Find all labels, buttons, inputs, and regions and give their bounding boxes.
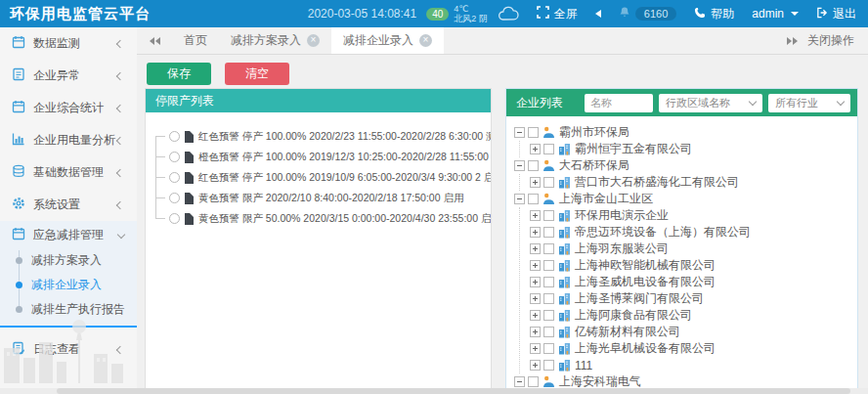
company-name-input[interactable] — [585, 94, 653, 112]
checkbox-icon[interactable] — [543, 243, 554, 254]
expand-toggle-icon[interactable] — [530, 144, 541, 154]
temperature-text: 4℃ — [454, 4, 488, 14]
checkbox-icon[interactable] — [543, 343, 554, 354]
radio-icon[interactable] — [169, 213, 180, 224]
checkbox-icon[interactable] — [528, 376, 539, 387]
expand-toggle-icon[interactable] — [530, 293, 541, 304]
close-icon[interactable]: × — [307, 34, 320, 47]
database-icon — [12, 164, 25, 181]
company-tree-item[interactable]: 上海羽东服装公司 — [530, 241, 857, 257]
plan-list-panel: 停限产列表 红色预警 停产 100.00% 2020/2/23 11:55:00… — [145, 88, 492, 394]
region-select[interactable]: 行政区域名称 — [659, 94, 762, 112]
company-tree-item[interactable]: 亿铸新材料有限公司 — [530, 324, 857, 340]
sidebar-item-base-data[interactable]: 基础数据管理 — [0, 156, 137, 189]
company-tree-item[interactable]: 霸州市环保局 — [514, 124, 857, 141]
tab-plan-entry[interactable]: 减排方案录入 × — [219, 27, 331, 54]
expand-toggle-icon[interactable] — [530, 260, 541, 271]
radio-icon[interactable] — [169, 131, 180, 142]
plan-tree-item[interactable]: 黄色预警 限产 2020/2/10 8:40:00-2020/2/18 17:5… — [155, 188, 491, 208]
expand-toggle-icon[interactable] — [530, 243, 541, 254]
company-tree-item[interactable]: 帝思迈环境设备（上海）有限公司 — [530, 224, 857, 241]
sidebar-item-company-stats[interactable]: 企业综合统计 — [0, 92, 137, 124]
sidebar-item-plan-entry[interactable]: 减排方案录入 — [0, 248, 137, 273]
sidebar-item-emergency-mgmt[interactable]: 应急减排管理 — [0, 221, 137, 248]
company-tree-item[interactable]: 111 — [530, 357, 857, 373]
scrollbar-thumb[interactable] — [57, 388, 850, 394]
chevron-left-icon — [116, 104, 124, 111]
checkbox-icon[interactable] — [543, 327, 554, 337]
company-tree-item[interactable]: 上海圣博莱阀门有限公司 — [530, 290, 857, 307]
gear-icon — [12, 197, 25, 213]
alert-count-badge: 40 — [426, 8, 449, 21]
collapse-toggle-icon[interactable] — [514, 127, 525, 138]
sidebar-item-company-entry[interactable]: 减排企业录入 — [0, 273, 137, 297]
sidebar-item-company-abnormal[interactable]: 企业异常 — [0, 60, 137, 92]
sidebar-item-system-settings[interactable]: 系统设置 — [0, 189, 137, 221]
chevron-down-icon — [837, 97, 845, 105]
checkbox-icon[interactable] — [543, 277, 554, 287]
document-icon — [185, 131, 194, 143]
clear-button[interactable]: 清空 — [225, 63, 289, 85]
app-header: 环保用电监管云平台 2020-03-05 14:08:41 40 4℃ 北风2 … — [0, 0, 868, 27]
plan-tree-item[interactable]: 橙色预警 停产 100.00% 2019/12/3 10:25:00-2020/… — [155, 147, 491, 167]
fullscreen-button[interactable]: 全屏 — [537, 6, 578, 22]
radio-icon[interactable] — [169, 152, 180, 162]
collapse-toggle-icon[interactable] — [514, 160, 525, 171]
checkbox-icon[interactable] — [543, 360, 554, 371]
company-tree-item[interactable]: 上海圣威机电设备有限公司 — [530, 274, 857, 290]
plan-tree-item[interactable]: 红色预警 停产 100.00% 2019/10/9 6:05:00-2020/3… — [155, 167, 491, 188]
checkbox-icon[interactable] — [543, 310, 554, 321]
collapse-toggle-icon[interactable] — [514, 194, 525, 204]
help-button[interactable]: 帮助 — [694, 6, 734, 22]
sidebar-item-data-monitor[interactable]: 数据监测 — [0, 27, 137, 60]
checkbox-icon[interactable] — [528, 127, 539, 138]
expand-toggle-icon[interactable] — [530, 327, 541, 337]
company-tree-item[interactable]: 上海光阜机械设备有限公司 — [530, 340, 857, 357]
checkbox-icon[interactable] — [528, 160, 539, 171]
save-button[interactable]: 保存 — [147, 63, 211, 85]
close-icon[interactable]: × — [419, 34, 432, 47]
checkbox-icon[interactable] — [543, 260, 554, 271]
collapse-arrow-icon[interactable] — [595, 10, 601, 18]
company-tree-item[interactable]: 上海市金山工业区 — [514, 191, 857, 207]
company-tree-item[interactable]: 上海阿康食品有限公司 — [530, 307, 857, 324]
checkbox-icon[interactable] — [543, 177, 554, 188]
plan-tree-item[interactable]: 红色预警 停产 100.00% 2020/2/23 11:55:00-2020/… — [155, 126, 491, 147]
horizontal-scrollbar[interactable] — [0, 388, 868, 394]
checkbox-icon[interactable] — [528, 194, 539, 204]
tab-home[interactable]: 首页 — [172, 27, 219, 54]
expand-toggle-icon[interactable] — [530, 343, 541, 354]
user-menu[interactable]: admin — [752, 7, 799, 21]
company-panel-header: 企业列表 行政区域名称 所有行业 — [506, 89, 857, 116]
company-tree-item[interactable]: 环保用电演示企业 — [530, 207, 857, 224]
chevron-left-icon — [116, 200, 124, 208]
expand-toggle-icon[interactable] — [530, 310, 541, 321]
radio-icon[interactable] — [169, 193, 180, 203]
company-tree-item[interactable]: 霸州恒宇五金有限公司 — [530, 141, 857, 157]
plan-tree-item[interactable]: 黄色预警 限产 50.00% 2020/3/15 0:00:00-2020/4/… — [155, 208, 491, 229]
company-tree-item[interactable]: 大石桥环保局 — [514, 157, 857, 174]
collapse-toggle-icon[interactable] — [514, 376, 525, 387]
sidebar-item-label: 数据监测 — [33, 35, 80, 52]
tab-company-entry[interactable]: 减排企业录入 × — [331, 27, 444, 54]
company-tree-item[interactable]: 上海神欧智能机械有限公司 — [530, 257, 857, 274]
checkbox-icon[interactable] — [543, 210, 554, 221]
expand-toggle-icon[interactable] — [530, 227, 541, 238]
logout-button[interactable]: 退出 — [816, 6, 856, 22]
checkbox-icon[interactable] — [543, 144, 554, 154]
checkbox-icon[interactable] — [543, 293, 554, 304]
sidebar-item-power-analysis[interactable]: 企业用电量分析 — [0, 124, 137, 156]
notifications-button[interactable]: 6160 — [619, 6, 676, 22]
tabs-scroll-left-button[interactable] — [137, 27, 172, 54]
radio-icon[interactable] — [169, 172, 180, 183]
expand-toggle-icon[interactable] — [530, 277, 541, 287]
close-operations-button[interactable]: 关闭操作 — [787, 27, 868, 54]
expand-toggle-icon[interactable] — [530, 360, 541, 371]
company-node-label: 霸州市环保局 — [559, 124, 629, 141]
expand-toggle-icon[interactable] — [530, 177, 541, 188]
industry-select[interactable]: 所有行业 — [768, 94, 850, 112]
checkbox-icon[interactable] — [543, 227, 554, 238]
company-tree-item[interactable]: 营口市大石桥盛海化工有限公司 — [530, 174, 857, 191]
company-node-label: 上海圣威机电设备有限公司 — [575, 274, 716, 290]
expand-toggle-icon[interactable] — [530, 210, 541, 221]
